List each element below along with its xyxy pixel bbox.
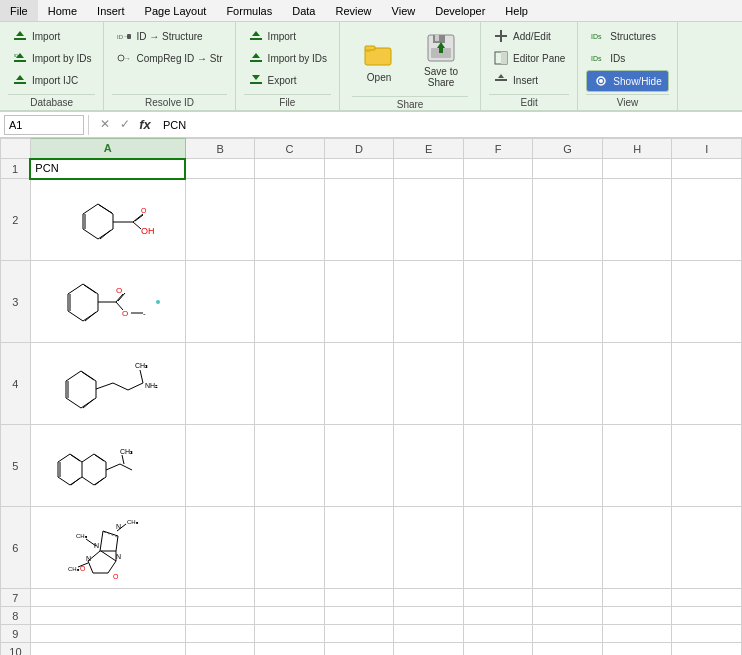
cell-f2[interactable]	[463, 179, 533, 261]
cell-reference[interactable]	[4, 115, 84, 135]
cell-c9[interactable]	[255, 625, 325, 643]
cell-a8[interactable]	[30, 607, 185, 625]
cell-d2[interactable]	[324, 179, 394, 261]
cell-h4[interactable]	[602, 343, 672, 425]
col-header-g[interactable]: G	[533, 139, 603, 159]
cell-e4[interactable]	[394, 343, 464, 425]
cell-d8[interactable]	[324, 607, 394, 625]
cell-g7[interactable]	[533, 589, 603, 607]
menu-review[interactable]: Review	[325, 0, 381, 21]
cell-h3[interactable]	[602, 261, 672, 343]
cell-a6[interactable]: N N N N O O CH₃ CH₃	[30, 507, 185, 589]
cell-d3[interactable]	[324, 261, 394, 343]
col-header-i[interactable]: I	[672, 139, 742, 159]
col-header-f[interactable]: F	[463, 139, 533, 159]
cell-f8[interactable]	[463, 607, 533, 625]
cell-h9[interactable]	[602, 625, 672, 643]
cell-e10[interactable]	[394, 643, 464, 656]
menu-data[interactable]: Data	[282, 0, 325, 21]
cell-i8[interactable]	[672, 607, 742, 625]
cell-a9[interactable]	[30, 625, 185, 643]
cell-b3[interactable]	[185, 261, 255, 343]
formula-input[interactable]	[159, 115, 738, 135]
cell-g9[interactable]	[533, 625, 603, 643]
cell-f5[interactable]	[463, 425, 533, 507]
cell-f3[interactable]	[463, 261, 533, 343]
cell-a3[interactable]: O O -	[30, 261, 185, 343]
col-header-c[interactable]: C	[255, 139, 325, 159]
cell-g5[interactable]	[533, 425, 603, 507]
cell-b1[interactable]	[185, 159, 255, 179]
cell-i6[interactable]	[672, 507, 742, 589]
cell-h2[interactable]	[602, 179, 672, 261]
cell-c6[interactable]	[255, 507, 325, 589]
cell-b6[interactable]	[185, 507, 255, 589]
cell-e2[interactable]	[394, 179, 464, 261]
cell-h5[interactable]	[602, 425, 672, 507]
show-hide-button[interactable]: Show/Hide	[586, 70, 668, 92]
cell-e7[interactable]	[394, 589, 464, 607]
formula-fx-icon[interactable]: fx	[137, 117, 153, 132]
import-by-ids-file-button[interactable]: Import by IDs	[244, 48, 331, 68]
cell-g2[interactable]	[533, 179, 603, 261]
cell-c5[interactable]	[255, 425, 325, 507]
menu-help[interactable]: Help	[495, 0, 538, 21]
cell-b2[interactable]	[185, 179, 255, 261]
cell-a2[interactable]: OH O	[30, 179, 185, 261]
cell-b9[interactable]	[185, 625, 255, 643]
import-button[interactable]: Import	[8, 26, 95, 46]
cell-g6[interactable]	[533, 507, 603, 589]
cell-c7[interactable]	[255, 589, 325, 607]
cell-e1[interactable]	[394, 159, 464, 179]
add-edit-button[interactable]: Add/Edit	[489, 26, 569, 46]
cell-e5[interactable]	[394, 425, 464, 507]
cell-i5[interactable]	[672, 425, 742, 507]
cell-f9[interactable]	[463, 625, 533, 643]
compreg-to-str-button[interactable]: → CompReg ID → Str	[112, 48, 226, 68]
menu-formulas[interactable]: Formulas	[216, 0, 282, 21]
cell-d1[interactable]	[324, 159, 394, 179]
menu-insert[interactable]: Insert	[87, 0, 135, 21]
menu-file[interactable]: File	[0, 0, 38, 21]
cell-d7[interactable]	[324, 589, 394, 607]
cell-c2[interactable]	[255, 179, 325, 261]
menu-page-layout[interactable]: Page Layout	[135, 0, 217, 21]
cell-a1[interactable]: PCN	[30, 159, 185, 179]
cell-a5[interactable]: CH₃	[30, 425, 185, 507]
cell-i10[interactable]	[672, 643, 742, 656]
menu-developer[interactable]: Developer	[425, 0, 495, 21]
cell-b5[interactable]	[185, 425, 255, 507]
cell-f4[interactable]	[463, 343, 533, 425]
cell-h1[interactable]	[602, 159, 672, 179]
cell-i9[interactable]	[672, 625, 742, 643]
cell-i7[interactable]	[672, 589, 742, 607]
id-to-structure-button[interactable]: ID→ ID → Structure	[112, 26, 226, 46]
cell-g10[interactable]	[533, 643, 603, 656]
save-to-share-button[interactable]: Save to Share	[414, 26, 468, 94]
cell-a4[interactable]: CH₃ NH₂	[30, 343, 185, 425]
import-ijc-button[interactable]: Import IJC	[8, 70, 95, 90]
import-by-ids-button[interactable]: IDs Import by IDs	[8, 48, 95, 68]
cell-f10[interactable]	[463, 643, 533, 656]
cell-c10[interactable]	[255, 643, 325, 656]
cell-i4[interactable]	[672, 343, 742, 425]
menu-view[interactable]: View	[382, 0, 426, 21]
structures-button[interactable]: IDs Structures	[586, 26, 668, 46]
cell-g1[interactable]	[533, 159, 603, 179]
cell-g3[interactable]	[533, 261, 603, 343]
cell-d5[interactable]	[324, 425, 394, 507]
cell-b4[interactable]	[185, 343, 255, 425]
import-file-button[interactable]: Import	[244, 26, 331, 46]
cell-h10[interactable]	[602, 643, 672, 656]
cell-c8[interactable]	[255, 607, 325, 625]
cell-e8[interactable]	[394, 607, 464, 625]
cell-d6[interactable]	[324, 507, 394, 589]
insert-button[interactable]: Insert	[489, 70, 569, 90]
cell-e9[interactable]	[394, 625, 464, 643]
cell-i2[interactable]	[672, 179, 742, 261]
ids-button[interactable]: IDs IDs	[586, 48, 668, 68]
cell-a7[interactable]	[30, 589, 185, 607]
col-header-h[interactable]: H	[602, 139, 672, 159]
cell-d10[interactable]	[324, 643, 394, 656]
editor-pane-button[interactable]: Editor Pane	[489, 48, 569, 68]
